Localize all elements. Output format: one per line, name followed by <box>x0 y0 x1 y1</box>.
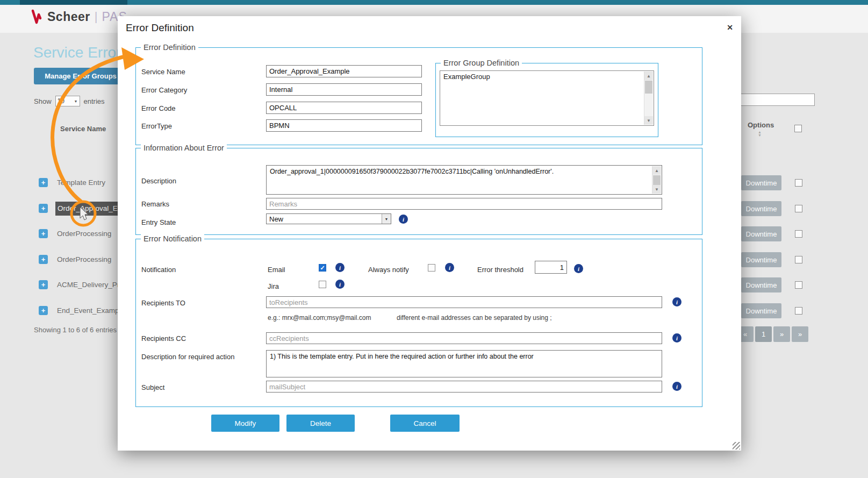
remarks-label: Remarks <box>141 200 169 208</box>
downtime-button[interactable]: Downtime <box>741 175 781 190</box>
error-type-label: ErrorType <box>141 122 172 130</box>
scrollbar-thumb[interactable] <box>653 175 661 185</box>
error-code-label: Error Code <box>141 104 176 112</box>
service-name-cell: End_Event_Exampl <box>57 306 121 315</box>
cancel-button[interactable]: Cancel <box>390 415 460 432</box>
description-scrollbar[interactable]: ▲ ▼ <box>652 166 661 194</box>
delete-button[interactable]: Delete <box>286 415 355 432</box>
recipients-to-info-icon[interactable]: i <box>672 297 682 306</box>
expand-row-button[interactable]: + <box>39 255 48 264</box>
column-header-options[interactable]: Options <box>748 121 774 129</box>
always-notify-label: Always notify <box>368 266 409 274</box>
entries-per-page-bar: Show 10 ▼ entries <box>34 96 105 106</box>
description-label: Description <box>141 177 176 185</box>
modify-button[interactable]: Modify <box>211 415 279 432</box>
description-textarea[interactable]: Order_approval_1|000000091650f379000022b… <box>266 165 662 195</box>
modal-title: Error Definition <box>126 22 194 34</box>
pagination-last-button[interactable]: » <box>792 326 808 342</box>
error-category-label: Error Category <box>141 86 187 94</box>
entry-state-value: New <box>267 215 382 223</box>
sort-icons[interactable]: ▲ ▼ <box>758 131 762 137</box>
error-category-field[interactable] <box>266 83 422 96</box>
row-checkbox[interactable] <box>795 256 802 263</box>
top-bar <box>0 0 868 5</box>
email-checkbox[interactable]: ✓ <box>319 264 326 272</box>
pagination-page-1-button[interactable]: 1 <box>755 326 772 342</box>
page-length-select[interactable]: 10 ▼ <box>55 96 80 106</box>
scheer-logo-icon <box>31 9 44 24</box>
jira-info-icon[interactable]: i <box>335 280 345 289</box>
email-separator-hint: different e-mail addresses can be separa… <box>397 314 552 322</box>
service-name-cell: OrderProcessing <box>57 230 111 238</box>
manage-error-groups-button[interactable]: Manage Error Groups <box>34 68 127 84</box>
error-group-option[interactable]: ExampleGroup <box>440 71 654 82</box>
subject-info-icon[interactable]: i <box>672 382 682 391</box>
service-name-label: Service Name <box>141 68 185 76</box>
row-checkbox[interactable] <box>795 230 802 238</box>
remarks-field[interactable] <box>266 198 662 210</box>
scrollbar-thumb[interactable] <box>645 81 652 94</box>
expand-row-button[interactable]: + <box>39 178 48 187</box>
always-notify-checkbox[interactable] <box>428 264 435 272</box>
recipients-to-field[interactable] <box>266 296 662 308</box>
description-text: Order_approval_1|000000091650f379000022b… <box>270 168 554 175</box>
expand-row-button[interactable]: + <box>39 306 48 315</box>
selected-row-highlight[interactable]: Order_Approval_Ex <box>55 202 119 216</box>
downtime-button[interactable]: Downtime <box>741 303 781 318</box>
expand-row-button[interactable]: + <box>39 204 48 213</box>
service-name-field[interactable] <box>266 65 422 77</box>
error-threshold-info-icon[interactable]: i <box>574 264 583 273</box>
chevron-down-icon: ▼ <box>74 99 78 103</box>
email-label: Email <box>268 266 285 274</box>
listbox-scrollbar[interactable]: ▲ ▼ <box>644 72 653 125</box>
jira-label: Jira <box>268 282 279 290</box>
subject-field[interactable] <box>266 381 662 393</box>
scroll-down-icon[interactable]: ▼ <box>652 185 661 194</box>
downtime-button[interactable]: Downtime <box>741 201 781 216</box>
resize-handle[interactable] <box>733 442 740 450</box>
column-header-service-name[interactable]: Service Name <box>60 125 106 133</box>
notification-legend: Error Notification <box>141 234 204 243</box>
sort-desc-icon: ▼ <box>758 134 762 137</box>
error-type-field[interactable] <box>266 119 422 132</box>
service-name-cell: Template Entry <box>57 179 105 187</box>
notification-label: Notification <box>141 266 176 274</box>
recipients-to-label: Recipients TO <box>141 299 185 307</box>
error-threshold-field[interactable] <box>535 261 567 274</box>
subject-label: Subject <box>141 383 164 391</box>
recipients-cc-field[interactable] <box>266 332 662 344</box>
select-all-checkbox[interactable] <box>794 125 802 132</box>
downtime-button[interactable]: Downtime <box>741 277 781 292</box>
row-checkbox[interactable] <box>795 205 802 212</box>
error-definition-legend: Error Definition <box>141 43 198 52</box>
row-checkbox[interactable] <box>795 179 802 187</box>
required-action-textarea[interactable]: 1) This is the template entry. Put in he… <box>266 350 662 377</box>
always-notify-info-icon[interactable]: i <box>445 263 454 272</box>
chevron-down-icon: ▼ <box>382 214 391 224</box>
expand-row-button[interactable]: + <box>39 280 48 289</box>
entry-state-info-icon[interactable]: i <box>399 215 408 224</box>
service-name-cell: ACME_Delivery_Pro <box>57 281 124 289</box>
entry-state-select[interactable]: New ▼ <box>266 213 391 224</box>
showing-entries-text: Showing 1 to 6 of 6 entries <box>34 326 117 334</box>
required-action-text: 1) This is the template entry. Put in he… <box>270 353 534 360</box>
jira-checkbox[interactable] <box>319 281 326 288</box>
email-info-icon[interactable]: i <box>335 263 345 272</box>
downtime-button[interactable]: Downtime <box>741 226 781 241</box>
expand-row-button[interactable]: + <box>39 229 48 238</box>
scroll-up-icon[interactable]: ▲ <box>652 166 661 175</box>
information-legend: Information About Error <box>141 144 227 152</box>
pagination-next-button[interactable]: » <box>773 326 790 342</box>
row-checkbox[interactable] <box>795 281 802 289</box>
error-code-field[interactable] <box>266 102 422 114</box>
recipients-cc-info-icon[interactable]: i <box>672 333 682 343</box>
top-bar-tab <box>20 0 127 5</box>
downtime-button[interactable]: Downtime <box>741 252 781 267</box>
close-icon[interactable]: ✕ <box>724 22 736 33</box>
error-group-listbox[interactable]: ExampleGroup ▲ ▼ <box>440 70 654 126</box>
row-checkbox[interactable] <box>795 307 802 315</box>
scroll-up-icon[interactable]: ▲ <box>644 72 653 80</box>
scheer-pas-logo: Scheer | PAS <box>31 9 127 24</box>
scroll-down-icon[interactable]: ▼ <box>644 116 653 125</box>
show-label: Show <box>34 97 52 105</box>
